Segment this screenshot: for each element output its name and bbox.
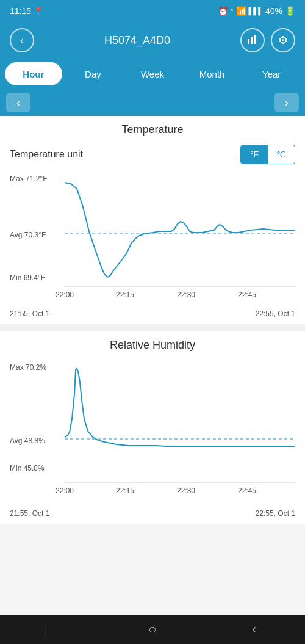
- humidity-time-range: 21:55, Oct 1 22:55, Oct 1: [0, 507, 305, 524]
- back-nav-icon: ‹: [252, 621, 256, 637]
- svg-rect-2: [254, 35, 256, 44]
- hum-min-label: Min 45.8%: [10, 464, 45, 472]
- signal-icon: ▌▌▌: [249, 7, 263, 15]
- temp-time-start: 21:55, Oct 1: [10, 309, 49, 318]
- svg-rect-1: [251, 37, 253, 44]
- humidity-title: Relative Humidity: [0, 339, 305, 352]
- unit-c-button[interactable]: ℃: [268, 145, 295, 164]
- back-icon: ‹: [20, 34, 24, 47]
- nav-bar: ‹ ›: [0, 89, 305, 116]
- tab-year[interactable]: Year: [243, 62, 300, 85]
- hum-time-start: 21:55, Oct 1: [10, 509, 49, 518]
- svg-text:22:30: 22:30: [177, 487, 195, 495]
- unit-f-button[interactable]: °F: [241, 145, 268, 164]
- settings-button[interactable]: ⚙: [271, 28, 295, 52]
- tab-hour[interactable]: Hour: [5, 62, 62, 85]
- next-button[interactable]: ›: [274, 93, 299, 112]
- alarm-icon: ⏰: [218, 6, 228, 16]
- recent-apps-button[interactable]: ⎸: [32, 617, 69, 642]
- svg-text:22:15: 22:15: [116, 291, 134, 299]
- hum-avg-label: Avg 48.8%: [10, 436, 45, 445]
- status-bar: 11:15 📍 ⏰ * 📶 ▌▌▌ 40% 🔋: [0, 0, 305, 22]
- wifi-icon: 📶: [236, 6, 246, 16]
- prev-icon: ‹: [16, 96, 20, 109]
- svg-text:22:45: 22:45: [238, 487, 256, 495]
- humidity-svg: Max 70.2% Avg 48.8% Min 45.8% 22:00 22:1…: [10, 358, 295, 504]
- status-left: 11:15 📍: [10, 6, 43, 16]
- home-icon: ○: [148, 621, 156, 637]
- unit-toggle: °F ℃: [240, 145, 295, 164]
- humidity-chart: Max 70.2% Avg 48.8% Min 45.8% 22:00 22:1…: [10, 358, 295, 507]
- temp-time-end: 22:55, Oct 1: [256, 309, 295, 318]
- back-button[interactable]: ‹: [10, 28, 34, 52]
- temp-avg-label: Avg 70.3°F: [10, 231, 46, 239]
- tab-month[interactable]: Month: [184, 62, 241, 85]
- bottom-nav: ⎸ ○ ‹: [0, 615, 305, 644]
- tab-bar: Hour Day Week Month Year: [0, 59, 305, 89]
- temperature-chart: Max 71.2°F Avg 70.3°F Min 69.4°F 22:00 2…: [10, 170, 295, 307]
- temperature-title: Temperature: [0, 123, 305, 136]
- svg-text:22:00: 22:00: [56, 487, 74, 495]
- section-separator: [0, 324, 305, 331]
- temperature-line: [65, 183, 295, 277]
- humidity-section: Relative Humidity Max 70.2% Avg 48.8% Mi…: [0, 331, 305, 524]
- unit-row: Temperature unit °F ℃: [0, 142, 305, 170]
- chart-button[interactable]: [240, 28, 265, 52]
- battery-icon: 🔋: [285, 6, 295, 16]
- hum-max-label: Max 70.2%: [10, 363, 46, 372]
- temp-max-label: Max 71.2°F: [10, 175, 48, 183]
- svg-rect-0: [248, 39, 249, 44]
- tab-day[interactable]: Day: [65, 62, 122, 85]
- unit-label: Temperature unit: [10, 149, 83, 160]
- temperature-time-range: 21:55, Oct 1 22:55, Oct 1: [0, 307, 305, 324]
- home-button[interactable]: ○: [134, 617, 171, 642]
- device-title: H5074_A4D0: [104, 34, 170, 47]
- svg-text:22:15: 22:15: [116, 487, 134, 495]
- svg-text:22:30: 22:30: [177, 291, 195, 299]
- back-nav-button[interactable]: ‹: [236, 617, 273, 642]
- battery-text: 40%: [265, 6, 282, 16]
- temperature-svg: Max 71.2°F Avg 70.3°F Min 69.4°F 22:00 2…: [10, 170, 295, 305]
- settings-icon: ⚙: [278, 34, 288, 47]
- svg-text:22:00: 22:00: [56, 291, 74, 299]
- status-right: ⏰ * 📶 ▌▌▌ 40% 🔋: [218, 6, 295, 16]
- bluetooth-icon: *: [231, 7, 234, 15]
- location-icon: 📍: [34, 7, 43, 16]
- hum-time-end: 22:55, Oct 1: [256, 509, 295, 518]
- temp-min-label: Min 69.4°F: [10, 273, 45, 282]
- chart-icon: [246, 33, 259, 48]
- humidity-line: [65, 369, 295, 446]
- svg-text:22:45: 22:45: [238, 291, 256, 299]
- temperature-section: Temperature Temperature unit °F ℃ Max 71…: [0, 116, 305, 324]
- prev-button[interactable]: ‹: [6, 93, 30, 112]
- app-header: ‹ H5074_A4D0 ⚙: [0, 22, 305, 59]
- recent-apps-icon: ⎸: [45, 621, 57, 637]
- tab-week[interactable]: Week: [124, 62, 181, 85]
- next-icon: ›: [285, 96, 289, 109]
- time: 11:15: [10, 6, 31, 16]
